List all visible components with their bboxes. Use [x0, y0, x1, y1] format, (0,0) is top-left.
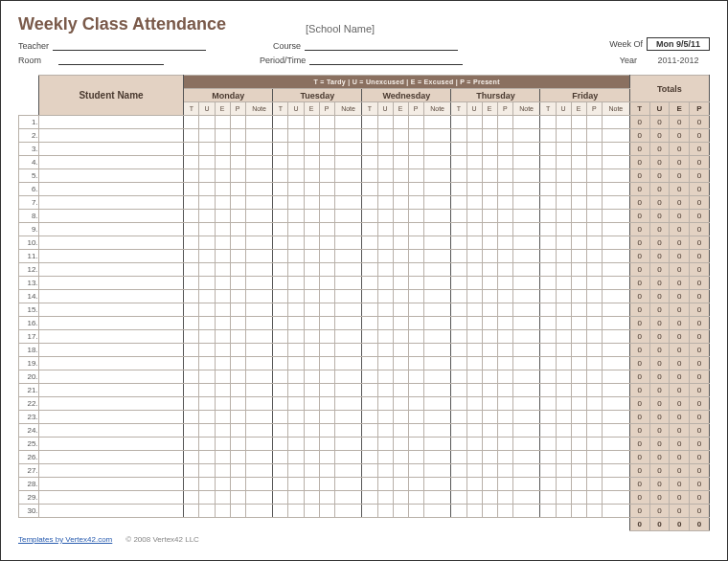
attendance-cell[interactable] [377, 438, 393, 451]
attendance-cell[interactable] [304, 505, 319, 518]
attendance-cell[interactable] [362, 384, 377, 397]
attendance-cell[interactable] [304, 317, 319, 330]
student-name-cell[interactable] [38, 169, 184, 183]
attendance-cell[interactable] [230, 169, 245, 183]
attendance-cell[interactable] [466, 424, 482, 438]
attendance-cell[interactable] [571, 478, 586, 491]
attendance-cell[interactable] [288, 397, 304, 411]
attendance-cell[interactable] [273, 169, 288, 183]
attendance-cell[interactable] [362, 129, 377, 143]
attendance-cell[interactable] [497, 129, 512, 143]
attendance-cell[interactable] [556, 451, 571, 464]
attendance-cell[interactable] [540, 411, 556, 424]
attendance-cell[interactable] [230, 183, 245, 196]
attendance-cell[interactable] [408, 451, 423, 464]
attendance-cell[interactable] [540, 129, 556, 143]
attendance-cell[interactable] [288, 505, 304, 518]
attendance-cell[interactable] [393, 169, 408, 183]
attendance-cell[interactable] [540, 169, 556, 183]
attendance-cell[interactable] [304, 290, 319, 303]
attendance-cell[interactable] [423, 250, 451, 263]
attendance-cell[interactable] [304, 196, 319, 210]
attendance-cell[interactable] [512, 464, 540, 478]
attendance-cell[interactable] [215, 196, 230, 210]
attendance-cell[interactable] [245, 411, 273, 424]
student-name-cell[interactable] [38, 370, 184, 384]
attendance-cell[interactable] [540, 277, 556, 290]
attendance-cell[interactable] [199, 344, 215, 357]
attendance-cell[interactable] [602, 143, 629, 156]
attendance-cell[interactable] [377, 357, 393, 370]
attendance-cell[interactable] [512, 156, 540, 169]
attendance-cell[interactable] [408, 491, 423, 505]
attendance-cell[interactable] [377, 183, 393, 196]
attendance-cell[interactable] [571, 464, 586, 478]
attendance-cell[interactable] [586, 263, 602, 277]
attendance-cell[interactable] [288, 210, 304, 223]
attendance-cell[interactable] [586, 236, 602, 250]
attendance-cell[interactable] [184, 303, 199, 317]
attendance-cell[interactable] [184, 236, 199, 250]
attendance-cell[interactable] [451, 143, 466, 156]
attendance-cell[interactable] [512, 277, 540, 290]
attendance-cell[interactable] [482, 505, 497, 518]
attendance-cell[interactable] [556, 303, 571, 317]
attendance-cell[interactable] [304, 491, 319, 505]
attendance-cell[interactable] [199, 236, 215, 250]
attendance-cell[interactable] [273, 397, 288, 411]
attendance-cell[interactable] [199, 411, 215, 424]
attendance-cell[interactable] [556, 169, 571, 183]
attendance-cell[interactable] [334, 464, 362, 478]
attendance-cell[interactable] [482, 478, 497, 491]
attendance-cell[interactable] [199, 277, 215, 290]
attendance-cell[interactable] [215, 169, 230, 183]
period-input-line[interactable] [309, 54, 463, 65]
attendance-cell[interactable] [319, 277, 334, 290]
attendance-cell[interactable] [512, 491, 540, 505]
attendance-cell[interactable] [556, 317, 571, 330]
attendance-cell[interactable] [334, 317, 362, 330]
attendance-cell[interactable] [199, 129, 215, 143]
attendance-cell[interactable] [334, 303, 362, 317]
attendance-cell[interactable] [184, 290, 199, 303]
attendance-cell[interactable] [319, 236, 334, 250]
attendance-cell[interactable] [466, 438, 482, 451]
attendance-cell[interactable] [466, 250, 482, 263]
attendance-cell[interactable] [288, 451, 304, 464]
attendance-cell[interactable] [362, 223, 377, 236]
attendance-cell[interactable] [466, 223, 482, 236]
templates-link[interactable]: Templates by Vertex42.com [18, 535, 112, 544]
attendance-cell[interactable] [273, 116, 288, 129]
attendance-cell[interactable] [245, 143, 273, 156]
attendance-cell[interactable] [586, 451, 602, 464]
attendance-cell[interactable] [556, 478, 571, 491]
attendance-cell[interactable] [512, 183, 540, 196]
attendance-cell[interactable] [408, 317, 423, 330]
attendance-cell[interactable] [334, 478, 362, 491]
attendance-cell[interactable] [540, 250, 556, 263]
attendance-cell[interactable] [451, 210, 466, 223]
attendance-cell[interactable] [304, 397, 319, 411]
attendance-cell[interactable] [540, 344, 556, 357]
attendance-cell[interactable] [556, 491, 571, 505]
attendance-cell[interactable] [408, 277, 423, 290]
attendance-cell[interactable] [451, 129, 466, 143]
attendance-cell[interactable] [377, 505, 393, 518]
attendance-cell[interactable] [362, 143, 377, 156]
attendance-cell[interactable] [334, 236, 362, 250]
attendance-cell[interactable] [304, 250, 319, 263]
attendance-cell[interactable] [423, 303, 451, 317]
attendance-cell[interactable] [199, 156, 215, 169]
attendance-cell[interactable] [230, 384, 245, 397]
student-name-cell[interactable] [38, 464, 184, 478]
attendance-cell[interactable] [245, 397, 273, 411]
attendance-cell[interactable] [362, 478, 377, 491]
attendance-cell[interactable] [362, 169, 377, 183]
attendance-cell[interactable] [451, 236, 466, 250]
attendance-cell[interactable] [571, 330, 586, 344]
attendance-cell[interactable] [377, 129, 393, 143]
attendance-cell[interactable] [273, 196, 288, 210]
attendance-cell[interactable] [556, 143, 571, 156]
attendance-cell[interactable] [408, 505, 423, 518]
attendance-cell[interactable] [423, 183, 451, 196]
